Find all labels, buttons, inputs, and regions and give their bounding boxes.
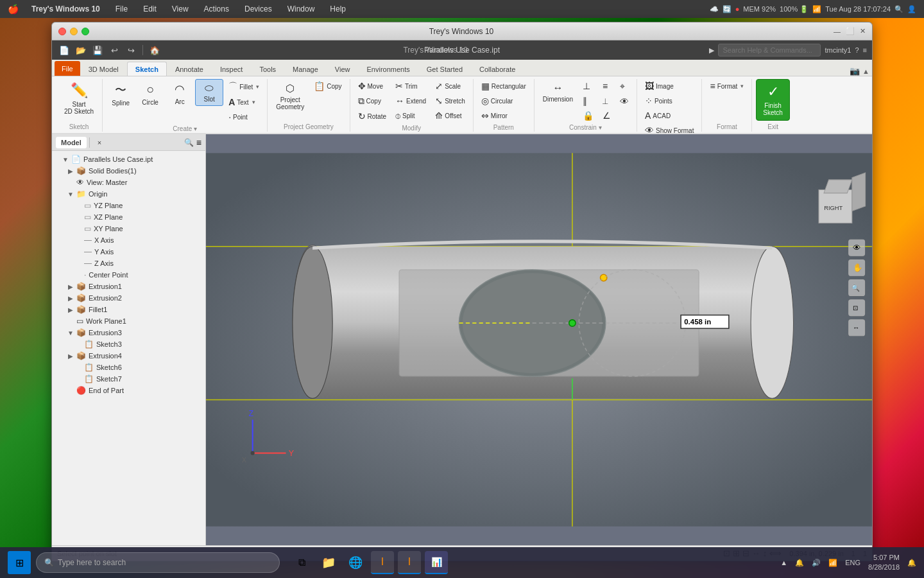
acad-button[interactable]: A ACAD (641, 109, 697, 123)
project-copy-button[interactable]: 📋 Copy (310, 79, 345, 93)
mirror-button[interactable]: ⇔ Mirror (477, 109, 530, 123)
tray-icon-1[interactable]: 🔔 (795, 559, 804, 567)
menu-file[interactable]: File (113, 3, 130, 15)
browser-button[interactable]: 🌐 (344, 551, 367, 574)
constrain-5[interactable]: ⟂ (599, 94, 615, 108)
tree-xz-plane[interactable]: ▭ XZ Plane (52, 211, 205, 223)
arc-button[interactable]: ◠ Arc (166, 79, 194, 109)
tray-up-arrow[interactable]: ▲ (780, 559, 787, 566)
tab-file[interactable]: File (55, 61, 80, 76)
camera-icon[interactable]: 📷 (850, 66, 860, 76)
tab-environments[interactable]: Environments (359, 62, 418, 76)
split-button[interactable]: ⌽ Split (391, 109, 430, 123)
window-close-button[interactable] (58, 28, 66, 35)
tree-xy-plane[interactable]: ▭ XY Plane (52, 223, 205, 234)
viewport[interactable]: 0.458 in Z Y X RIGHT 👁 (206, 134, 872, 545)
scale-button[interactable]: ⤢ Scale (431, 79, 469, 93)
tree-end-of-part[interactable]: 🔴 End of Part (52, 385, 205, 396)
show-constraints[interactable]: 👁 (616, 94, 633, 109)
menu-edit[interactable]: Edit (141, 3, 159, 15)
slot-button[interactable]: ⬭ Slot (195, 79, 223, 106)
panel-options-icon[interactable]: ≡ (196, 137, 201, 148)
menu-devices[interactable]: Devices (242, 3, 275, 15)
menu-help[interactable]: Help (327, 3, 348, 15)
stretch-button[interactable]: ⤡ Stretch (431, 94, 469, 108)
window-minimize-icon[interactable]: — (834, 28, 841, 35)
circle-button[interactable]: ○ Circle (136, 79, 164, 109)
constrain-4[interactable]: ≡ (599, 79, 615, 93)
trim-button[interactable]: ✂ Trim (391, 79, 430, 93)
tree-extrusion3[interactable]: ▼ 📦 Extrusion3 (52, 327, 205, 338)
file-explorer-button[interactable]: 📁 (317, 551, 340, 574)
tree-sketch7[interactable]: 📋 Sketch7 (52, 373, 205, 385)
open-button[interactable]: 📂 (74, 43, 88, 57)
tab-get-started[interactable]: Get Started (418, 62, 471, 76)
tree-fillet1[interactable]: ▶ 📦 Fillet1 (52, 304, 205, 315)
offset-button[interactable]: ⟰ Offset (431, 109, 469, 123)
constrain-1[interactable]: ⊥ (579, 79, 597, 93)
tree-extrusion4[interactable]: ▶ 📦 Extrusion4 (52, 350, 205, 362)
taskbar-search[interactable]: 🔍 Type here to search (36, 552, 280, 573)
save-button[interactable]: 💾 (90, 43, 105, 57)
window-close-icon[interactable]: ✕ (860, 27, 866, 35)
constrain-2[interactable]: ∥ (579, 94, 597, 108)
text-dropdown[interactable]: ▾ (252, 99, 255, 105)
undo-button[interactable]: ↩ (107, 43, 121, 57)
inventor-button-2[interactable]: I (398, 551, 421, 574)
rotate-button[interactable]: ↻ Rotate (354, 109, 390, 123)
constrain-dropdown[interactable]: ▾ (599, 124, 602, 131)
tab-annotate[interactable]: Annotate (167, 62, 212, 76)
inventor-button-3[interactable]: 📊 (425, 551, 448, 574)
help-button[interactable]: ? (855, 46, 859, 54)
spline-button[interactable]: 〜 Spline (107, 79, 135, 110)
apple-menu[interactable]: 🍎 (8, 4, 19, 14)
tree-sketch3[interactable]: 📋 Sketch3 (52, 338, 205, 350)
user-icon[interactable]: 👤 (907, 5, 916, 13)
tree-z-axis[interactable]: — Z Axis (52, 258, 205, 269)
tab-view[interactable]: View (327, 62, 359, 76)
lang-indicator[interactable]: ENG (845, 559, 860, 566)
fillet-dropdown[interactable]: ▾ (256, 83, 259, 90)
start-button[interactable]: ⊞ (8, 551, 31, 574)
tab-inspect[interactable]: Inspect (212, 62, 251, 76)
menu-window[interactable]: Window (285, 3, 318, 15)
tree-yz-plane[interactable]: ▭ YZ Plane (52, 200, 205, 211)
help-search-input[interactable] (718, 44, 821, 57)
tray-icon-3[interactable]: 📶 (828, 559, 837, 567)
constrain-7[interactable]: ⌖ (616, 79, 633, 94)
redo-button[interactable]: ↪ (124, 43, 138, 57)
move-button[interactable]: ✥ Move (354, 79, 390, 93)
constrain-6[interactable]: ∠ (599, 109, 615, 123)
window-maximize-button[interactable] (81, 28, 89, 35)
tab-collaborate[interactable]: Collaborate (471, 62, 524, 76)
tree-root[interactable]: ▼ 📄 Parallels Use Case.ipt (52, 153, 205, 165)
finish-sketch-button[interactable]: ✓ FinishSketch (756, 79, 790, 121)
user-account[interactable]: tmcinty1 (825, 46, 851, 54)
tree-extrusion1[interactable]: ▶ 📦 Extrusion1 (52, 281, 205, 292)
project-geometry-button[interactable]: ⬡ ProjectGeometry (271, 79, 309, 114)
tab-manage[interactable]: Manage (284, 62, 327, 76)
tab-3d-model[interactable]: 3D Model (80, 62, 127, 76)
circular-pattern-button[interactable]: ◎ Circular (477, 94, 530, 108)
image-button[interactable]: 🖼 Image (641, 79, 697, 93)
root-toggle[interactable]: ▼ (62, 156, 69, 163)
tab-tools[interactable]: Tools (251, 62, 284, 76)
dimension-button[interactable]: ↔ Dimension (538, 79, 578, 106)
tree-solid-bodies[interactable]: ▶ 📦 Solid Bodies(1) (52, 165, 205, 177)
text-button[interactable]: A Text ▾ (225, 95, 263, 109)
inventor-button[interactable]: I (371, 551, 394, 574)
search-mac-icon[interactable]: 🔍 (894, 5, 903, 13)
tree-x-axis[interactable]: — X Axis (52, 234, 205, 246)
format-button[interactable]: ≡ Format ▾ (706, 79, 748, 93)
start-2d-sketch-button[interactable]: ✏️ Start2D Sketch (60, 79, 98, 118)
point-button[interactable]: · Point (225, 110, 263, 124)
tab-model[interactable]: Model (56, 137, 87, 148)
fillet-button[interactable]: ⌒ Fillet ▾ (225, 79, 263, 94)
taskview-button[interactable]: ⧉ (290, 551, 313, 574)
format-dropdown[interactable]: ▾ (740, 83, 744, 89)
extend-button[interactable]: ↔ Extend (391, 94, 430, 108)
tree-view-master[interactable]: 👁 View: Master (52, 177, 205, 188)
tab-add[interactable]: × (92, 137, 107, 148)
tree-extrusion2[interactable]: ▶ 📦 Extrusion2 (52, 292, 205, 304)
create-dropdown[interactable]: ▾ (194, 125, 197, 132)
